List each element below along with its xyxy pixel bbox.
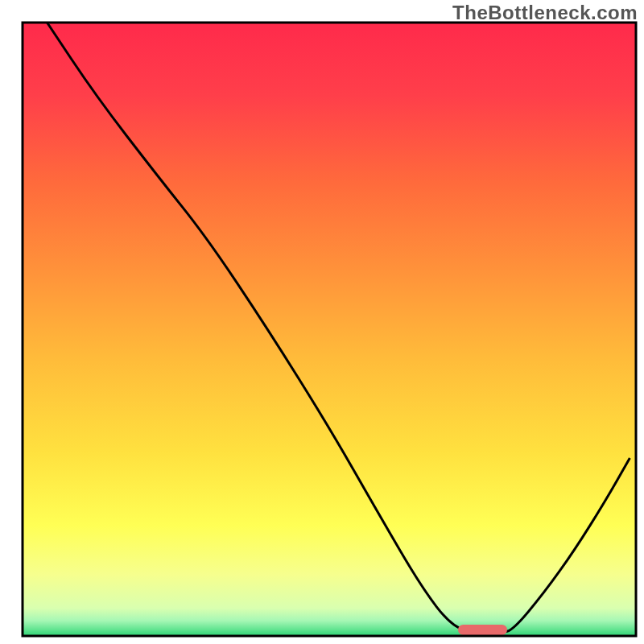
watermark-text: TheBottleneck.com [452,2,638,24]
gradient-background [23,23,636,636]
optimal-marker [458,625,507,635]
bottleneck-plot [0,0,644,644]
chart-frame: TheBottleneck.com [0,0,644,644]
